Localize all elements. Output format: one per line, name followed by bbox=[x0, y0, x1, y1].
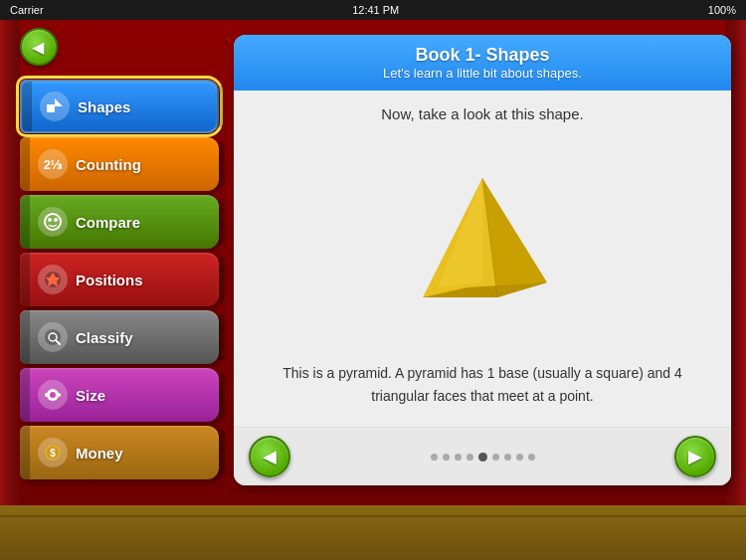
pyramid-container bbox=[403, 122, 562, 362]
page-dot-6 bbox=[492, 454, 499, 461]
counting-icon: 2¹⁄₃ bbox=[38, 149, 68, 179]
panel-title: Book 1- Shapes bbox=[244, 45, 721, 66]
sidebar-item-shapes[interactable]: Shapes bbox=[20, 80, 219, 133]
size-icon bbox=[38, 380, 68, 410]
compare-label: Compare bbox=[76, 214, 140, 231]
classify-icon bbox=[38, 322, 68, 352]
compare-icon bbox=[38, 207, 68, 237]
money-icon: $ bbox=[38, 438, 68, 467]
next-button[interactable]: ▶ bbox=[674, 436, 716, 477]
page-dot-9 bbox=[528, 454, 535, 461]
wood-floor bbox=[0, 505, 746, 560]
classify-label: Classify bbox=[76, 329, 133, 346]
pyramid-svg bbox=[403, 168, 562, 317]
positions-label: Positions bbox=[76, 272, 143, 288]
page-dot-2 bbox=[443, 454, 450, 461]
panel-navigation: ◀ ▶ bbox=[234, 427, 731, 485]
book-stack: Shapes 2¹⁄₃ Counting Compare bbox=[20, 80, 219, 479]
sidebar-item-money[interactable]: $ Money bbox=[20, 426, 219, 479]
sidebar-item-counting[interactable]: 2¹⁄₃ Counting bbox=[20, 137, 219, 191]
svg-text:$: $ bbox=[50, 448, 56, 459]
time-label: 12:41 PM bbox=[352, 4, 399, 16]
svg-point-4 bbox=[54, 218, 58, 222]
page-dot-5 bbox=[478, 453, 487, 462]
money-label: Money bbox=[76, 445, 123, 462]
panel-header: Book 1- Shapes Let's learn a little bit … bbox=[234, 35, 731, 91]
panel-description: This is a pyramid. A pyramid has 1 base … bbox=[254, 362, 711, 412]
svg-point-3 bbox=[48, 218, 52, 222]
svg-marker-20 bbox=[438, 178, 482, 287]
svg-point-2 bbox=[45, 214, 61, 230]
battery-label: 100% bbox=[708, 4, 736, 16]
svg-point-12 bbox=[45, 393, 49, 397]
svg-point-11 bbox=[50, 392, 56, 398]
page-dot-3 bbox=[455, 454, 462, 461]
panel-instruction: Now, take a look at this shape. bbox=[381, 105, 583, 122]
page-dots bbox=[431, 453, 535, 462]
svg-rect-0 bbox=[47, 104, 55, 112]
carrier-label: Carrier bbox=[10, 4, 44, 16]
shapes-label: Shapes bbox=[78, 98, 130, 115]
sidebar-item-positions[interactable]: Positions bbox=[20, 253, 219, 306]
sidebar-item-compare[interactable]: Compare bbox=[20, 195, 219, 249]
size-label: Size bbox=[76, 387, 105, 404]
panel-body: Now, take a look at this shape. This is … bbox=[234, 91, 731, 427]
shapes-icon bbox=[40, 92, 70, 121]
svg-point-13 bbox=[57, 393, 61, 397]
counting-label: Counting bbox=[76, 156, 141, 173]
content-panel: Book 1- Shapes Let's learn a little bit … bbox=[234, 35, 731, 485]
page-dot-4 bbox=[466, 454, 473, 461]
page-dot-7 bbox=[504, 454, 511, 461]
panel-subtitle: Let's learn a little bit about shapes. bbox=[244, 66, 721, 81]
back-button[interactable] bbox=[20, 28, 58, 66]
page-dot-8 bbox=[516, 454, 523, 461]
positions-icon bbox=[38, 265, 68, 294]
svg-marker-1 bbox=[55, 98, 63, 106]
main-content: Shapes 2¹⁄₃ Counting Compare bbox=[0, 20, 746, 505]
page-dot-1 bbox=[431, 454, 438, 461]
status-bar: Carrier 12:41 PM 100% bbox=[0, 0, 746, 20]
prev-button[interactable]: ◀ bbox=[249, 436, 290, 477]
sidebar-item-classify[interactable]: Classify bbox=[20, 310, 219, 364]
sidebar-item-size[interactable]: Size bbox=[20, 368, 219, 422]
